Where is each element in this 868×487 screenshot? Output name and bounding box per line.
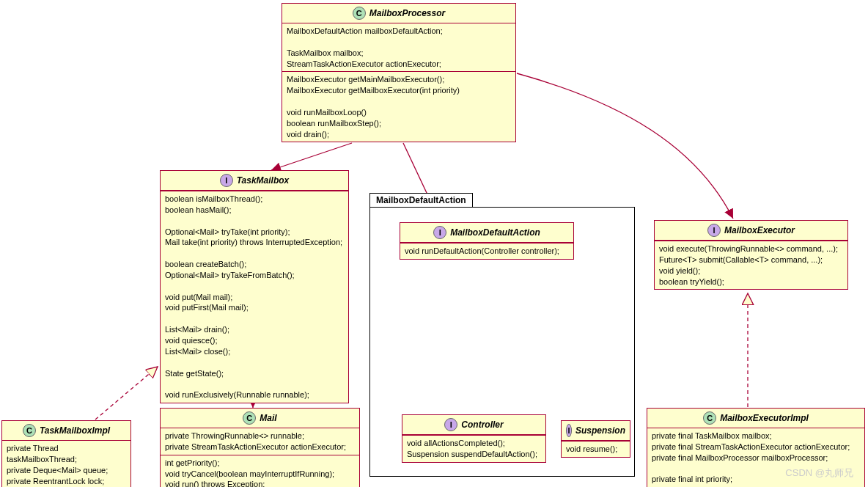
class-name-label: TaskMailboxImpl [40,425,110,436]
class-title: I MailboxDefaultAction [400,223,573,242]
class-task-mailbox-impl: C TaskMailboxImpl private Thread taskMai… [1,420,131,487]
class-title: C TaskMailboxImpl [2,421,130,440]
interface-icon: I [707,224,721,237]
class-icon: C [243,411,256,425]
svg-line-3 [95,367,158,420]
class-icon: C [353,7,366,20]
class-name-label: TaskMailbox [237,175,290,186]
class-section: private ThrowingRunnable<> runnable; pri… [161,428,359,455]
class-title: C MailboxProcessor [282,4,515,23]
class-icon: C [23,424,36,437]
class-section: void execute(ThrowingRunnable<> command,… [655,241,847,289]
package-name-label: MailboxDefaultAction [376,195,466,205]
class-title: I MailboxExecutor [655,221,847,240]
class-title: C MailboxExecutorImpl [647,409,864,428]
interface-mailbox-default-action: I MailboxDefaultAction void runDefaultAc… [400,222,574,260]
class-title: I Suspension [562,421,630,440]
class-name-label: Controller [461,420,503,430]
class-mail: C Mail private ThrowingRunnable<> runnab… [160,408,360,487]
interface-icon: I [566,424,572,437]
interface-icon: I [433,226,446,239]
class-section: void resume(); [562,442,630,457]
class-section: boolean isMailboxThread(); boolean hasMa… [161,191,348,403]
interface-controller: I Controller void allActionsCompleted();… [402,414,546,463]
class-name-label: Mail [260,413,276,423]
class-section: MailboxDefaultAction mailboxDefaultActio… [282,23,515,71]
class-section: MailboxExecutor getMainMailboxExecutor()… [282,72,515,142]
class-section: void runDefaultAction(Controller control… [400,244,573,259]
class-mailbox-executor-impl: C MailboxExecutorImpl private final Task… [647,408,865,487]
class-name-label: MailboxExecutorImpl [720,413,809,423]
class-section: private final TaskMailbox mailbox; priva… [647,428,864,487]
class-icon: C [703,411,716,425]
class-section: void allActionsCompleted(); Suspension s… [402,436,545,462]
interface-task-mailbox: I TaskMailbox boolean isMailboxThread();… [160,170,349,403]
class-title: C Mail [161,409,359,428]
interface-mailbox-executor: I MailboxExecutor void execute(ThrowingR… [654,220,848,290]
class-mailbox-processor: C MailboxProcessor MailboxDefaultAction … [282,3,516,142]
interface-icon: I [444,418,457,431]
interface-suspension: I Suspension void resume(); [561,420,630,458]
class-name-label: Suspension [575,425,625,436]
class-name-label: MailboxExecutor [724,225,795,235]
interface-icon: I [220,174,233,187]
class-name-label: MailboxDefaultAction [450,227,540,238]
svg-line-0 [271,143,352,170]
package-mailbox-default-action: MailboxDefaultAction I MailboxDefaultAct… [369,207,635,477]
class-title: I Controller [402,415,545,434]
class-name-label: MailboxProcessor [369,8,445,18]
class-section: int getPriority(); void tryCancel(boolea… [161,455,359,487]
package-tab: MailboxDefaultAction [369,193,473,207]
class-title: I TaskMailbox [161,171,348,190]
class-section: private Thread taskMailboxThread; privat… [2,441,130,487]
